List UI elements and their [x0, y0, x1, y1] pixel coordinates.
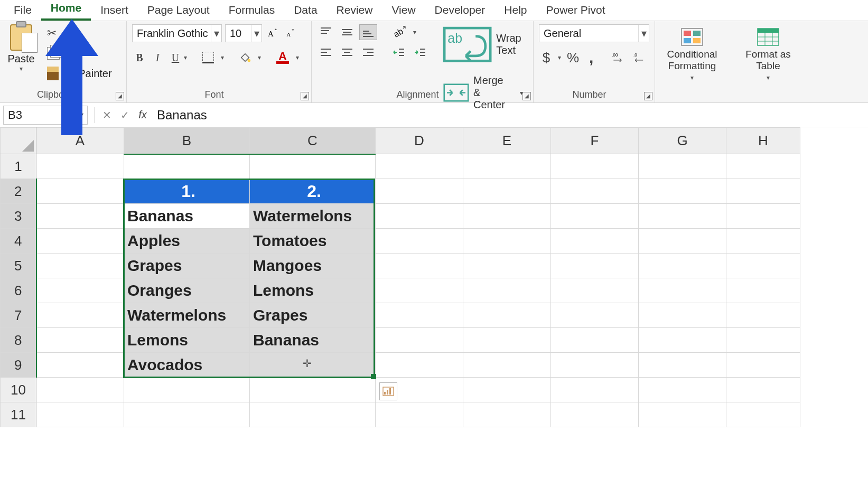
tab-power-pivot[interactable]: Power Pivot: [537, 1, 615, 21]
number-launcher[interactable]: ◢: [644, 92, 652, 100]
cell-B8[interactable]: Lemons: [124, 328, 250, 353]
cell-B3[interactable]: Bananas: [124, 204, 250, 229]
cell-C9[interactable]: [250, 353, 376, 378]
tab-view[interactable]: View: [382, 1, 425, 21]
tab-file[interactable]: File: [4, 1, 41, 21]
enter-formula-button[interactable]: ✓: [116, 109, 134, 121]
row-header-9[interactable]: 9: [1, 353, 36, 378]
cell-B2[interactable]: 1.: [124, 179, 250, 204]
col-header-B[interactable]: B: [124, 128, 250, 154]
col-header-C[interactable]: C: [250, 128, 376, 154]
decrease-font-button[interactable]: A: [283, 25, 298, 41]
row-header-1[interactable]: 1: [1, 154, 36, 179]
tab-review[interactable]: Review: [327, 1, 382, 21]
border-dropdown[interactable]: ▾: [220, 54, 225, 61]
border-button[interactable]: [200, 50, 217, 65]
clipboard-launcher[interactable]: ◢: [116, 92, 124, 100]
orientation-dropdown[interactable]: ▾: [412, 29, 417, 36]
wrap-text-button[interactable]: ab Wrap Text: [440, 24, 528, 64]
row-header-5[interactable]: 5: [1, 254, 36, 278]
col-header-H[interactable]: H: [726, 128, 800, 154]
font-color-button[interactable]: A: [274, 50, 292, 65]
tab-help[interactable]: Help: [494, 1, 536, 21]
chevron-down-icon[interactable]: ▾: [251, 25, 262, 42]
copy-dropdown[interactable]: ▾: [66, 50, 71, 57]
cell-C6[interactable]: Lemons: [250, 278, 376, 303]
col-header-E[interactable]: E: [463, 128, 551, 154]
decrease-decimal-button[interactable]: .0: [631, 50, 649, 65]
font-launcher[interactable]: ◢: [301, 92, 309, 100]
cell-C4[interactable]: Tomatoes: [250, 229, 376, 254]
decrease-indent-button[interactable]: [390, 44, 408, 60]
tab-page-layout[interactable]: Page Layout: [138, 1, 219, 21]
row-header-2[interactable]: 2: [1, 179, 36, 204]
tab-insert[interactable]: Insert: [91, 1, 138, 21]
font-color-dropdown[interactable]: ▾: [295, 54, 300, 61]
tab-developer[interactable]: Developer: [425, 1, 495, 21]
row-header-6[interactable]: 6: [1, 278, 36, 303]
col-header-A[interactable]: A: [36, 128, 124, 154]
insert-function-button[interactable]: fx: [134, 109, 152, 121]
tab-home[interactable]: Home: [41, 0, 91, 21]
cell-B4[interactable]: Apples: [124, 229, 250, 254]
fill-color-dropdown[interactable]: ▾: [257, 54, 262, 61]
number-format-dropdown[interactable]: General ▾: [539, 24, 649, 42]
cell-C7[interactable]: Grapes: [250, 303, 376, 328]
cell-B7[interactable]: Watermelons: [124, 303, 250, 328]
cell-B9[interactable]: Avocados: [124, 353, 250, 378]
align-top-button[interactable]: [317, 24, 335, 40]
quick-analysis-button[interactable]: [379, 382, 397, 400]
paste-button[interactable]: Paste ▾: [5, 24, 37, 72]
cell-B5[interactable]: Grapes: [124, 254, 250, 278]
cell-B6[interactable]: Oranges: [124, 278, 250, 303]
fill-color-button[interactable]: [237, 50, 254, 65]
align-middle-button[interactable]: [338, 24, 356, 40]
format-painter-button[interactable]: [44, 65, 61, 81]
percent-format-button[interactable]: %: [565, 50, 581, 65]
paste-dropdown[interactable]: ▾: [18, 65, 24, 72]
chevron-down-icon[interactable]: ▾: [638, 25, 649, 42]
col-header-F[interactable]: F: [551, 128, 639, 154]
cell-C3[interactable]: Watermelons: [250, 204, 376, 229]
alignment-launcher[interactable]: ◢: [522, 92, 531, 100]
orientation-button[interactable]: ab: [390, 24, 409, 40]
underline-button[interactable]: U: [168, 50, 183, 65]
align-right-button[interactable]: [359, 44, 377, 60]
font-name-dropdown[interactable]: Franklin Gothic Me ▾: [132, 24, 222, 42]
tab-formulas[interactable]: Formulas: [219, 1, 285, 21]
cell-C5[interactable]: Mangoes: [250, 254, 376, 278]
cell-C8[interactable]: Bananas: [250, 328, 376, 353]
cut-button[interactable]: ✂: [44, 25, 59, 41]
row-header-4[interactable]: 4: [1, 229, 36, 254]
copy-button[interactable]: [44, 45, 62, 61]
underline-dropdown[interactable]: ▾: [183, 54, 188, 61]
tab-data[interactable]: Data: [284, 1, 326, 21]
increase-indent-button[interactable]: [411, 44, 429, 60]
name-box[interactable]: B3 ▾: [3, 106, 88, 125]
row-header-11[interactable]: 11: [1, 402, 36, 427]
conditional-dropdown[interactable]: ▾: [689, 74, 695, 81]
align-bottom-button[interactable]: [359, 24, 377, 40]
col-header-G[interactable]: G: [639, 128, 726, 154]
row-header-3[interactable]: 3: [1, 204, 36, 229]
accounting-dropdown[interactable]: ▾: [557, 54, 562, 61]
chevron-down-icon[interactable]: ▾: [211, 25, 221, 42]
conditional-formatting-button[interactable]: Conditional Formatting ▾: [660, 27, 724, 81]
align-left-button[interactable]: [317, 44, 335, 60]
increase-decimal-button[interactable]: .00: [609, 50, 628, 65]
worksheet[interactable]: A B C D E F G H 1 2 1. 2. 3 Bananas Wate…: [0, 127, 868, 488]
accounting-format-button[interactable]: $: [539, 50, 554, 65]
align-center-button[interactable]: [338, 44, 356, 60]
increase-font-button[interactable]: A: [265, 25, 280, 41]
format-table-dropdown[interactable]: ▾: [766, 74, 771, 81]
row-header-10[interactable]: 10: [1, 378, 36, 402]
select-all-corner[interactable]: [1, 128, 36, 154]
bold-button[interactable]: B: [132, 50, 147, 65]
cancel-formula-button[interactable]: ✕: [98, 109, 116, 121]
row-header-8[interactable]: 8: [1, 328, 36, 353]
comma-format-button[interactable]: ,: [584, 50, 599, 65]
format-as-table-button[interactable]: Format as Table ▾: [736, 27, 800, 81]
row-header-7[interactable]: 7: [1, 303, 36, 328]
cell-C2[interactable]: 2.: [250, 179, 376, 204]
font-size-dropdown[interactable]: 10 ▾: [225, 24, 262, 42]
